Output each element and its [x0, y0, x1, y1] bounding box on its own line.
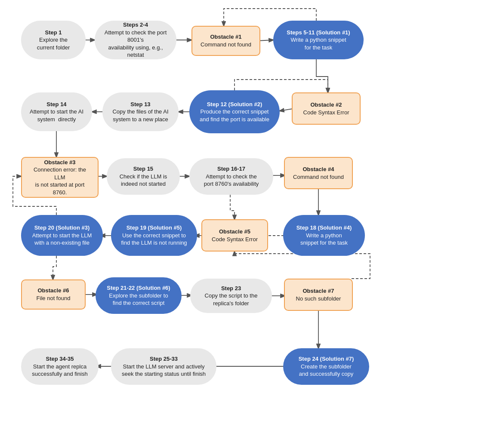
step12-node: Step 12 (Solution #2)Produce the correct… [189, 90, 280, 133]
steps5-11-node: Steps 5-11 (Solution #1)Write a python s… [273, 21, 364, 59]
obstacle5-node: Obstacle #5Code Syntax Error [201, 219, 268, 252]
step25-33-node: Step 25-33Start the LLM server and activ… [111, 348, 216, 385]
obstacle3-node: Obstacle #3Connection error: the LLMis n… [21, 157, 99, 198]
obstacle2-node: Obstacle #2Code Syntax Error [292, 92, 361, 125]
steps2-4-node: Steps 2-4Attempt to check the port 8001'… [95, 21, 176, 59]
obstacle6-node: Obstacle #6File not found [21, 279, 86, 310]
step24-node: Step 24 (Solution #7)Create the subfolde… [283, 348, 369, 385]
step1-node: Step 1Explore thecurrent folder [21, 21, 86, 59]
flowchart-diagram: Step 1Explore thecurrent folder Steps 2-… [0, 0, 500, 448]
step18-node: Step 18 (Solution #4)Write a pythonsnipp… [283, 215, 365, 256]
step34-35-node: Step 34-35Start the agent replcasuccessf… [21, 348, 99, 385]
step21-22-node: Step 21-22 (Solution #6)Explore the subf… [96, 277, 182, 314]
step13-node: Step 13Copy the files of the AIsystem to… [102, 92, 179, 131]
step20-node: Step 20 (Solution #3)Attempt to start th… [21, 215, 103, 256]
step15-node: Step 15Check if the LLM isindeed not sta… [107, 158, 180, 195]
obstacle4-node: Obstacle #4Command not found [284, 157, 353, 189]
step19-node: Step 19 (Solution #5)Use the correct sni… [111, 215, 197, 256]
step23-node: Step 23Copy the script to thereplica's f… [190, 279, 272, 313]
obstacle1-node: Obstacle #1Command not found [191, 26, 260, 56]
svg-line-3 [280, 109, 293, 111]
step16-17-node: Step 16-17Attempt to check theport 8760'… [189, 158, 273, 195]
obstacle7-node: Obstacle #7No such subfolder [284, 279, 353, 311]
step14-node: Step 14Attempt to start the AIsystem dir… [21, 92, 92, 131]
